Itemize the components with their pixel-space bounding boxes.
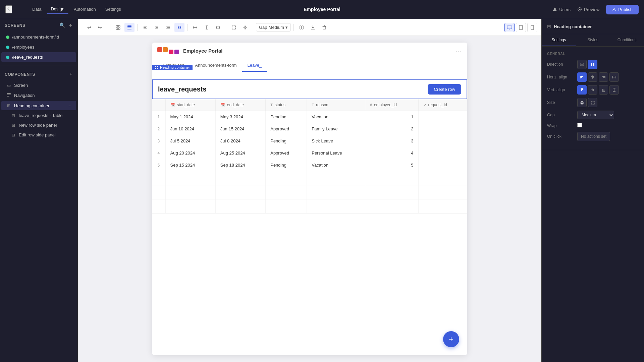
add-screen-icon[interactable]: ＋ xyxy=(68,22,73,28)
expand-btn[interactable] xyxy=(229,23,239,32)
layout-grid-btn[interactable] xyxy=(113,23,123,32)
tab-settings[interactable]: Settings xyxy=(101,5,125,14)
table-scroll-wrapper[interactable]: 📅 start_date 📅 end_date xyxy=(152,99,467,214)
empty-cell xyxy=(307,185,365,199)
spacing-h-btn[interactable] xyxy=(190,23,200,32)
empty-cell xyxy=(215,185,265,199)
gap-select[interactable]: None Small Medium Large xyxy=(577,111,614,119)
cell-employee-id: 4 xyxy=(365,147,418,159)
screens-list: /announcements-form/id /employees /leave… xyxy=(0,32,77,62)
heading-container-comp-icon: ⊞ xyxy=(6,103,11,108)
component-navigation[interactable]: Navigation xyxy=(1,90,76,100)
svg-rect-8 xyxy=(116,28,118,29)
right-panel-tab-conditions[interactable]: Conditions xyxy=(610,34,644,46)
tab-data[interactable]: Data xyxy=(28,5,45,14)
toolbar-delete-btn[interactable] xyxy=(319,23,329,32)
table-row[interactable]: 2 Jun 10 2024 Jun 15 2024 Approved Famil… xyxy=(152,123,467,135)
top-navigation: Data Design Automation Settings Employee… xyxy=(0,0,644,19)
tablet-view-btn[interactable] xyxy=(516,23,526,32)
direction-cols-btn[interactable] xyxy=(588,60,597,69)
component-new-row-panel[interactable]: ⊟ New row side panel xyxy=(1,121,76,130)
spacing-all-btn[interactable] xyxy=(213,23,223,32)
back-button[interactable] xyxy=(5,5,12,13)
vert-align-middle-btn[interactable] xyxy=(588,85,597,95)
svg-rect-57 xyxy=(581,76,583,77)
spacing-v-btn[interactable] xyxy=(202,23,212,32)
toolbar-extra-btn2[interactable] xyxy=(308,23,318,32)
row-num-cell: 1 xyxy=(152,111,165,123)
table-comp-icon: ⊟ xyxy=(11,113,16,118)
layout-table-btn[interactable] xyxy=(124,23,135,32)
size-buttons xyxy=(577,98,639,107)
horiz-align-left-btn[interactable] xyxy=(577,72,587,82)
right-panel-tab-settings[interactable]: Settings xyxy=(542,34,576,46)
undo-button[interactable]: ↩ xyxy=(85,23,94,32)
component-screen[interactable]: ▭ Screen xyxy=(1,81,76,90)
frame-tab-announcements[interactable]: Announcements-form xyxy=(190,59,242,72)
redo-button[interactable]: ↪ xyxy=(95,23,105,32)
align-right-btn[interactable] xyxy=(163,23,173,32)
tab-design[interactable]: Design xyxy=(47,4,68,14)
direction-rows-btn[interactable] xyxy=(577,60,587,69)
col-header-rownum xyxy=(152,99,165,111)
col-header-reason: T reason xyxy=(307,99,365,111)
heading-container-menu-icon[interactable]: ··· xyxy=(67,103,71,108)
empty-cell xyxy=(307,199,365,214)
component-leave-table[interactable]: ⊟ leave_requests - Table xyxy=(1,111,76,120)
top-nav-tabs: Data Design Automation Settings xyxy=(23,0,130,19)
distribute-btn[interactable] xyxy=(174,23,184,32)
cell-start-date: Sep 15 2024 xyxy=(165,159,215,171)
tab-automation[interactable]: Automation xyxy=(70,5,100,14)
cell-request-id xyxy=(418,147,467,159)
publish-button[interactable]: Publish xyxy=(606,5,639,14)
empty-cell xyxy=(165,185,215,199)
vert-align-stretch-btn[interactable] xyxy=(609,85,619,95)
align-center-btn[interactable] xyxy=(152,23,162,32)
horiz-align-right-btn[interactable] xyxy=(599,72,608,82)
desktop-view-btn[interactable] xyxy=(504,23,515,32)
cell-status: Pending xyxy=(266,111,307,123)
table-row[interactable]: 5 Sep 15 2024 Sep 18 2024 Pending Vacati… xyxy=(152,159,467,171)
collapse-btn[interactable] xyxy=(240,23,250,32)
table-row[interactable]: 4 Aug 20 2024 Aug 25 2024 Approved Perso… xyxy=(152,147,467,159)
svg-rect-39 xyxy=(323,26,326,29)
gap-dropdown[interactable]: Gap Medium ▾ xyxy=(256,23,291,32)
empty-cell xyxy=(307,171,365,185)
create-row-button[interactable]: Create row xyxy=(428,84,461,95)
vert-align-label: Vert. align xyxy=(547,87,577,92)
vert-align-bottom-btn[interactable] xyxy=(599,85,608,95)
leave-requests-table: 📅 start_date 📅 end_date xyxy=(152,99,467,214)
cell-request-id xyxy=(418,159,467,171)
toolbar-extra-btn1[interactable] xyxy=(297,23,307,32)
sidebar-item-employees[interactable]: /employees xyxy=(1,42,76,52)
frame-dots-menu[interactable]: ⋯ xyxy=(456,47,462,55)
add-component-icon[interactable]: ＋ xyxy=(69,71,73,77)
users-button[interactable]: Users xyxy=(552,7,571,12)
vert-align-top-btn[interactable] xyxy=(577,85,587,95)
component-edit-row-panel[interactable]: ⊟ Edit row side panel xyxy=(1,130,76,139)
horiz-align-center-btn[interactable] xyxy=(588,72,597,82)
sidebar-item-leave-requests[interactable]: /leave_requests xyxy=(1,52,76,62)
table-row[interactable]: 3 Jul 5 2024 Jul 8 2024 Pending Sick Lea… xyxy=(152,135,467,147)
size-shrink-btn[interactable] xyxy=(577,98,587,107)
cell-start-date: Jun 10 2024 xyxy=(165,123,215,135)
sidebar-item-announcements[interactable]: /announcements-form/id xyxy=(1,32,76,42)
search-screens-icon[interactable]: 🔍 xyxy=(59,22,65,28)
table-row[interactable]: 1 May 1 2024 May 3 2024 Pending Vacation… xyxy=(152,111,467,123)
preview-button[interactable]: Preview xyxy=(577,7,599,12)
right-panel-tab-styles[interactable]: Styles xyxy=(576,34,610,46)
wrap-checkbox[interactable] xyxy=(577,123,582,127)
size-expand-btn[interactable] xyxy=(588,98,597,107)
no-actions-button[interactable]: No actions set xyxy=(577,132,610,141)
mobile-view-btn[interactable] xyxy=(527,23,537,32)
component-heading-container[interactable]: ⊞ Heading container ··· xyxy=(1,101,76,110)
fab-button[interactable]: + xyxy=(443,331,459,347)
logo-sq-purple xyxy=(174,50,179,54)
frame-tab-leave[interactable]: Leave_ xyxy=(242,59,267,72)
align-left-btn[interactable] xyxy=(140,23,150,32)
cell-start-date: May 1 2024 xyxy=(165,111,215,123)
table-heading-title: leave_requests xyxy=(158,85,428,93)
empty-cell xyxy=(266,199,307,214)
horiz-align-stretch-btn[interactable] xyxy=(609,72,619,82)
screen-comp-icon: ▭ xyxy=(6,83,11,88)
